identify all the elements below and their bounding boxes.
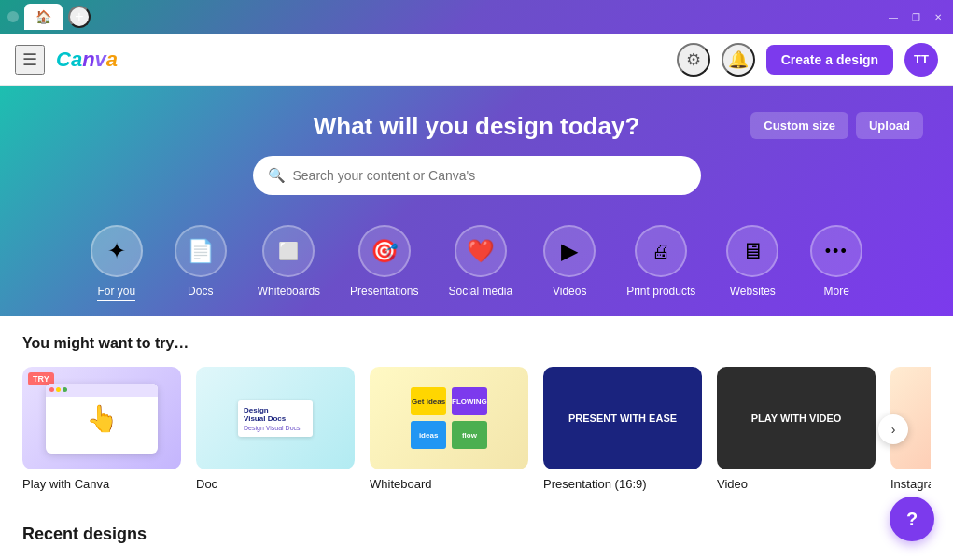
presentation-title: Presentation (16:9): [543, 477, 702, 491]
category-websites[interactable]: 🖥 Websites: [710, 217, 794, 316]
play-with-canva-thumb: TRY 👆: [22, 367, 181, 469]
recent-section: Recent designs: [0, 510, 953, 559]
header: ☰ Canva ⚙ 🔔 Create a design TT: [0, 34, 953, 86]
dot-yellow: [56, 387, 61, 392]
video-title: Video: [717, 477, 876, 491]
dots-icon: [7, 11, 19, 22]
play-window: 👆: [46, 384, 158, 454]
maximize-button[interactable]: ❐: [908, 9, 923, 24]
play-with-canva-title: Play with Canva: [22, 477, 181, 491]
logo[interactable]: Canva: [56, 48, 118, 72]
doc-page: DesignVisual Docs Design Visual Docs: [238, 400, 313, 437]
try-section-title: You might want to try…: [22, 335, 931, 352]
main-content: Custom size Upload What will you design …: [0, 86, 953, 560]
doc-visual: DesignVisual Docs Design Visual Docs: [231, 393, 320, 444]
categories-row: ✦ For you 📄 Docs ⬜ Whiteboards 🎯 Present…: [19, 217, 934, 316]
window-controls: — ❐ ✕: [886, 9, 946, 24]
cards-container: TRY 👆: [22, 367, 931, 491]
cards-row: TRY 👆: [22, 367, 931, 491]
video-thumb: PLAY WITH VIDEO: [717, 367, 876, 469]
category-social-media[interactable]: ❤️ Social media: [434, 217, 528, 316]
wb-sticky-1: Get ideas: [411, 387, 446, 415]
settings-button[interactable]: ⚙: [677, 43, 710, 77]
doc-thumb-bg: DesignVisual Docs Design Visual Docs: [196, 367, 355, 469]
more-icon: •••: [810, 225, 862, 277]
videos-label: Videos: [553, 285, 586, 298]
presentation-thumb: PRESENT WITH EASE: [543, 367, 702, 469]
whiteboard-title: Whiteboard: [370, 477, 528, 491]
card-whiteboard[interactable]: Get ideas FLOWING ideas flow Whiteboard: [370, 367, 528, 491]
card-doc[interactable]: DesignVisual Docs Design Visual Docs Doc: [196, 367, 355, 491]
hero-actions: Custom size Upload: [750, 112, 923, 139]
custom-size-button[interactable]: Custom size: [750, 112, 848, 139]
video-thumb-bg: PLAY WITH VIDEO: [717, 367, 876, 469]
avatar[interactable]: TT: [904, 43, 938, 77]
for-you-label: For you: [97, 285, 135, 301]
wb-sticky-4: flow: [452, 421, 487, 449]
category-for-you[interactable]: ✦ For you: [75, 217, 159, 316]
print-products-label: Print products: [626, 285, 695, 298]
videos-icon: ▶: [543, 225, 596, 277]
help-button[interactable]: ?: [890, 497, 934, 541]
social-media-label: Social media: [449, 285, 513, 298]
instagram-title: Instagram Post (S: [890, 477, 931, 491]
category-print-products[interactable]: 🖨 Print products: [611, 217, 710, 316]
titlebar-controls: [7, 11, 19, 22]
recent-designs-title: Recent designs: [22, 525, 147, 544]
for-you-icon: ✦: [91, 225, 143, 277]
social-media-icon: ❤️: [455, 225, 507, 277]
category-videos[interactable]: ▶ Videos: [527, 217, 611, 316]
dot-red: [49, 387, 54, 392]
card-presentation[interactable]: PRESENT WITH EASE Presentation (16:9): [543, 367, 702, 491]
notifications-button[interactable]: 🔔: [722, 43, 755, 77]
more-label: More: [824, 285, 849, 298]
doc-thumb: DesignVisual Docs Design Visual Docs: [196, 367, 355, 469]
upload-button[interactable]: Upload: [856, 112, 923, 139]
docs-icon: 📄: [175, 225, 227, 277]
websites-label: Websites: [730, 285, 776, 298]
search-icon: 🔍: [268, 167, 286, 184]
minimize-button[interactable]: —: [886, 9, 901, 24]
doc-page-title: DesignVisual Docs: [244, 406, 307, 423]
play-thumb-bg: TRY 👆: [22, 367, 181, 469]
category-more[interactable]: ••• More: [794, 217, 878, 316]
doc-page-sub: Design Visual Docs: [244, 425, 307, 431]
video-thumb-text: PLAY WITH VIDEO: [751, 413, 842, 424]
presentations-icon: 🎯: [358, 225, 411, 277]
dot-green: [63, 387, 67, 392]
play-window-bar: [46, 384, 158, 397]
card-play-with-canva[interactable]: TRY 👆: [22, 367, 181, 491]
new-tab-button[interactable]: +: [68, 6, 91, 28]
close-button[interactable]: ✕: [931, 9, 946, 24]
whiteboards-icon: ⬜: [262, 225, 315, 277]
titlebar: 🏠 + — ❐ ✕: [0, 0, 953, 34]
search-input[interactable]: [293, 168, 686, 183]
hand-cursor-icon: 👆: [86, 403, 119, 434]
wb-sticky-2: FLOWING: [452, 387, 487, 415]
whiteboards-label: Whiteboards: [258, 285, 320, 298]
category-whiteboards[interactable]: ⬜ Whiteboards: [243, 217, 335, 316]
presentation-thumb-text: PRESENT WITH EASE: [568, 413, 677, 424]
create-design-button[interactable]: Create a design: [766, 45, 893, 75]
search-bar[interactable]: 🔍: [253, 156, 701, 195]
websites-icon: 🖥: [726, 225, 778, 277]
logo-text: Canva: [56, 48, 118, 72]
card-video[interactable]: PLAY WITH VIDEO Video: [717, 367, 876, 491]
active-tab[interactable]: 🏠: [24, 4, 63, 30]
presentation-thumb-bg: PRESENT WITH EASE: [543, 367, 702, 469]
presentations-label: Presentations: [350, 285, 418, 298]
cards-next-button[interactable]: ›: [878, 414, 908, 444]
category-docs[interactable]: 📄 Docs: [159, 217, 243, 316]
docs-label: Docs: [188, 285, 213, 298]
app-shell: ☰ Canva ⚙ 🔔 Create a design TT Custom si…: [0, 34, 953, 560]
header-actions: ⚙ 🔔 Create a design TT: [677, 43, 938, 77]
try-section: You might want to try… TRY: [0, 316, 953, 510]
wb-sticky-3: ideas: [411, 421, 446, 449]
whiteboard-thumb: Get ideas FLOWING ideas flow: [370, 367, 528, 469]
category-presentations[interactable]: 🎯 Presentations: [335, 217, 433, 316]
wb-visual: Get ideas FLOWING ideas flow: [399, 376, 498, 460]
hero-banner: Custom size Upload What will you design …: [0, 86, 953, 316]
hamburger-button[interactable]: ☰: [15, 45, 45, 75]
doc-title: Doc: [196, 477, 355, 491]
home-icon: 🏠: [35, 9, 51, 24]
